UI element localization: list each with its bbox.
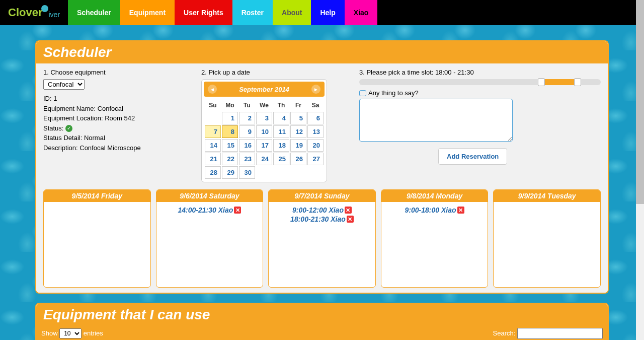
eq-status: Status: ✓	[43, 123, 194, 133]
entries-select[interactable]: 10	[59, 328, 82, 338]
day-card: 9/9/2014 Tuesday	[493, 189, 601, 288]
logo-text-1: Clover	[8, 6, 42, 19]
day-card-head: 9/6/2014 Saturday	[156, 190, 263, 202]
cal-prev-icon[interactable]: ◄	[208, 85, 217, 94]
cal-dow: Sa	[307, 100, 324, 111]
cal-dow: Su	[205, 100, 221, 111]
nav-user-rights[interactable]: User Rights	[175, 0, 232, 25]
logo-text-2: iver	[48, 11, 60, 19]
cal-day-10[interactable]: 10	[256, 125, 272, 138]
cal-day-24[interactable]: 24	[256, 153, 272, 165]
calendar: ◄ September 2014 ► SuMoTuWeThFrSa1234567…	[201, 79, 327, 182]
search-input[interactable]	[517, 328, 603, 339]
comment-label: Any thing to say?	[368, 89, 419, 97]
reservation[interactable]: 18:00-21:30 Xiao✕	[272, 215, 372, 223]
show-entries: Show 10 entries	[41, 328, 103, 338]
day-card: 9/7/2014 Sunday9:00-12:00 Xiao✕18:00-21:…	[268, 189, 376, 288]
cal-dow: Th	[273, 100, 289, 111]
cal-day-14[interactable]: 14	[205, 139, 221, 152]
equipment-select[interactable]: Confocal	[43, 79, 85, 90]
cal-dow: Mo	[222, 100, 238, 111]
eq-desc: Description: Confocal Microscope	[43, 143, 194, 153]
speech-icon	[359, 90, 366, 96]
cal-dow: Tu	[239, 100, 255, 111]
cal-day-16[interactable]: 16	[239, 139, 255, 152]
nav-help[interactable]: Help	[311, 0, 344, 25]
cal-day-25[interactable]: 25	[273, 153, 289, 165]
day-card: 9/6/2014 Saturday14:00-21:30 Xiao✕	[156, 189, 264, 288]
eq-id: ID: 1	[43, 94, 194, 104]
delete-icon[interactable]: ✕	[345, 207, 352, 214]
clover-icon	[41, 5, 48, 12]
cal-day-15[interactable]: 15	[222, 139, 238, 152]
reservation[interactable]: 9:00-12:00 Xiao✕	[272, 206, 372, 214]
cal-day-17[interactable]: 17	[256, 139, 272, 152]
day-card-head: 9/7/2014 Sunday	[269, 190, 375, 202]
scheduler-panel: Scheduler 1. Choose equipment Confocal I…	[35, 40, 609, 294]
cal-day-21[interactable]: 21	[205, 153, 221, 165]
equipment-title: Equipment that I can use	[36, 304, 608, 326]
cal-day-11[interactable]: 11	[273, 125, 289, 138]
cal-day-26[interactable]: 26	[290, 153, 306, 165]
step2-label: 2. Pick up a date	[201, 69, 352, 76]
cal-day-9[interactable]: 9	[239, 125, 255, 138]
cal-day-6[interactable]: 6	[307, 112, 324, 124]
nav-xiao[interactable]: Xiao	[345, 0, 378, 25]
cal-day-4[interactable]: 4	[273, 112, 289, 124]
delete-icon[interactable]: ✕	[234, 207, 241, 214]
scheduler-title: Scheduler	[36, 41, 608, 63]
step3-label: 3. Please pick a time slot: 18:00 - 21:3…	[359, 69, 601, 76]
cal-day-5[interactable]: 5	[290, 112, 306, 124]
day-card-head: 9/9/2014 Tuesday	[494, 190, 600, 202]
cal-next-icon[interactable]: ►	[311, 85, 320, 94]
nav-roster[interactable]: Roster	[232, 0, 273, 25]
cal-day-27[interactable]: 27	[307, 153, 324, 165]
cal-month: September 2014	[239, 86, 289, 93]
equipment-panel: Equipment that I can use Show 10 entries…	[35, 303, 609, 340]
check-icon: ✓	[65, 125, 72, 132]
day-card: 9/5/2014 Friday	[43, 189, 151, 288]
cal-day-22[interactable]: 22	[222, 153, 238, 165]
cal-day-18[interactable]: 18	[273, 139, 289, 152]
delete-icon[interactable]: ✕	[347, 216, 354, 223]
nav-scheduler[interactable]: Scheduler	[68, 0, 120, 25]
cal-dow: We	[256, 100, 272, 111]
day-card-head: 9/8/2014 Monday	[381, 190, 488, 202]
delete-icon[interactable]: ✕	[457, 207, 464, 214]
search-wrap: Search:	[493, 328, 603, 339]
cal-day-30[interactable]: 30	[239, 166, 255, 179]
day-card-head: 9/5/2014 Friday	[44, 190, 150, 202]
cal-day-20[interactable]: 20	[307, 139, 324, 152]
eq-status-detail: Status Detail: Normal	[43, 133, 194, 143]
cal-day-2[interactable]: 2	[239, 112, 255, 124]
cal-day-7[interactable]: 7	[205, 125, 221, 138]
time-slider[interactable]	[359, 79, 601, 85]
cal-day-28[interactable]: 28	[205, 166, 221, 179]
reservation[interactable]: 14:00-21:30 Xiao✕	[159, 206, 260, 214]
cal-dow: Fr	[290, 100, 306, 111]
cal-day-12[interactable]: 12	[290, 125, 306, 138]
cal-day-19[interactable]: 19	[290, 139, 306, 152]
comment-input[interactable]	[359, 99, 513, 142]
cal-day-1[interactable]: 1	[222, 112, 238, 124]
nav-about[interactable]: About	[273, 0, 311, 25]
cal-day-13[interactable]: 13	[307, 125, 324, 138]
scrollbar[interactable]	[636, 0, 644, 340]
day-card: 9/8/2014 Monday9:00-18:00 Xiao✕	[381, 189, 489, 288]
step1-label: 1. Choose equipment	[43, 69, 194, 76]
logo: Cloveriver	[0, 0, 68, 25]
top-nav: Cloveriver SchedulerEquipmentUser Rights…	[0, 0, 644, 25]
cal-day-3[interactable]: 3	[256, 112, 272, 124]
eq-name: Equipment Name: Confocal	[43, 104, 194, 114]
cal-day-23[interactable]: 23	[239, 153, 255, 165]
add-reservation-button[interactable]: Add Reservation	[438, 148, 507, 165]
reservation[interactable]: 9:00-18:00 Xiao✕	[384, 206, 485, 214]
nav-equipment[interactable]: Equipment	[120, 0, 175, 25]
cal-day-8[interactable]: 8	[222, 125, 238, 138]
cal-day-29[interactable]: 29	[222, 166, 238, 179]
eq-location: Equipment Location: Room 542	[43, 113, 194, 123]
